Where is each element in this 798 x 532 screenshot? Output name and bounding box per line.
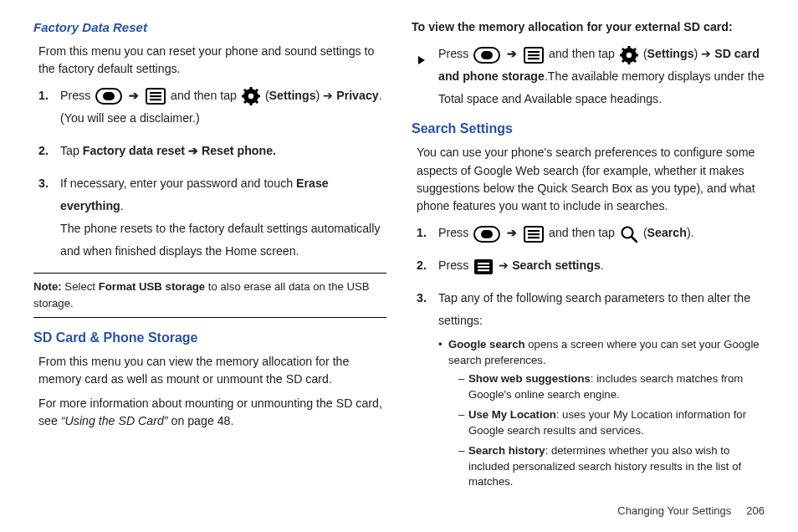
menu-icon (146, 88, 166, 105)
dash-web-suggestions: Show web suggestions: includes search ma… (458, 371, 765, 402)
home-icon (473, 226, 500, 243)
bullet-google-search: Google search opens a screen where you c… (438, 337, 765, 489)
menu-dark-icon (473, 258, 494, 275)
footer-page-number: 206 (746, 504, 765, 517)
view-memory-step: Press ➔ and then tap (Settings) ➔ SD car… (417, 43, 765, 110)
menu-icon (524, 226, 544, 243)
factory-steps: 1. Press ➔ and then tap (Settings) ➔ Pri… (38, 84, 386, 263)
factory-step-1: 1. Press ➔ and then tap (Settings) ➔ Pri… (38, 84, 386, 130)
dash-my-location: Use My Location: uses your My Location i… (458, 407, 765, 438)
gear-icon (242, 87, 260, 105)
dash-search-history: Search history: determines whether you a… (458, 443, 765, 489)
google-sub-list: Show web suggestions: includes search ma… (458, 371, 765, 489)
search-step-3: 3. Tap any of the following search param… (417, 287, 765, 489)
view-memory-heading: To view the memory allocation for your e… (412, 18, 765, 36)
menu-icon (524, 47, 544, 64)
note-box: Note: Select Format USB storage to also … (33, 273, 386, 318)
search-step-1: 1. Press ➔ and then tap (Search). (417, 222, 765, 244)
sd-para-1: From this menu you can view the memory a… (38, 353, 386, 389)
factory-intro: From this menu you can reset your phone … (38, 43, 386, 79)
triangle-bullet-icon (418, 48, 430, 70)
page-footer: Changing Your Settings 206 (617, 503, 765, 519)
home-icon (473, 47, 500, 64)
factory-step-3: 3. If necessary, enter your password and… (38, 172, 386, 263)
home-icon (95, 88, 122, 105)
left-column: Factory Data Reset From this menu you ca… (33, 18, 386, 500)
footer-section: Changing Your Settings (617, 504, 731, 517)
search-heading: Search Settings (412, 119, 765, 139)
right-column: To view the memory allocation for your e… (412, 18, 765, 500)
sd-para-2: For more information about mounting or u… (38, 395, 386, 431)
gear-icon (620, 46, 638, 64)
search-icon (620, 225, 638, 243)
search-steps: 1. Press ➔ and then tap (Search). 2. Pre… (417, 222, 765, 489)
search-bullet-list: Google search opens a screen where you c… (438, 337, 765, 489)
factory-reset-heading: Factory Data Reset (33, 18, 386, 38)
search-step-2: 2. Press ➔ Search settings. (417, 254, 765, 277)
sd-heading: SD Card & Phone Storage (33, 328, 386, 348)
factory-step-2: 2. Tap Factory data reset ➔ Reset phone. (38, 140, 386, 162)
search-intro: You can use your phone's search preferen… (417, 144, 765, 215)
